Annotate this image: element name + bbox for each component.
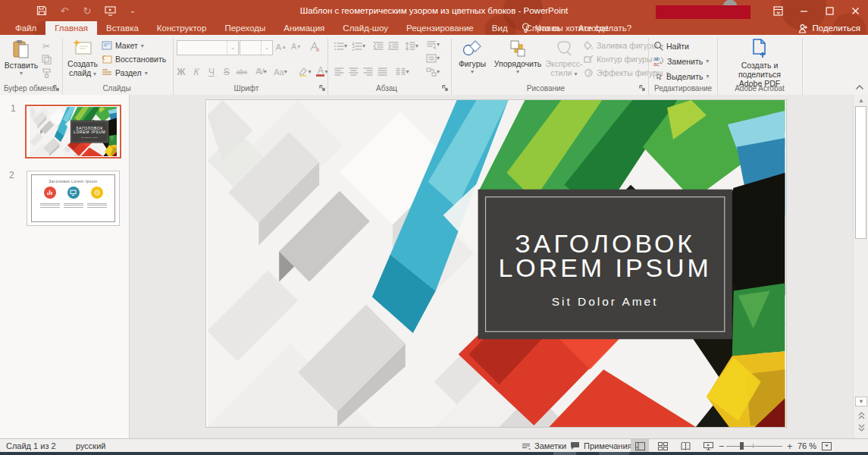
text-shadow-button[interactable]: abc bbox=[235, 65, 249, 78]
replace-button[interactable]: abac Заменить▾ bbox=[653, 56, 709, 66]
window-chrome: ↶ ↻ ⌄ Шаблон с геометрическим узором из … bbox=[0, 0, 868, 35]
clear-formatting-button[interactable] bbox=[308, 40, 321, 53]
fit-slide-to-window-icon[interactable] bbox=[817, 439, 835, 453]
font-name-combo[interactable]: ⌄ bbox=[177, 40, 239, 55]
clock-circle-icon bbox=[91, 187, 103, 199]
zoom-slider-thumb[interactable] bbox=[740, 442, 744, 450]
decrease-indent-button[interactable] bbox=[371, 39, 385, 52]
select-button[interactable]: Выделить▾ bbox=[653, 71, 709, 81]
tab-review[interactable]: Рецензирование bbox=[397, 21, 483, 35]
normal-view-icon[interactable] bbox=[631, 439, 649, 453]
align-center-button[interactable] bbox=[346, 65, 360, 78]
slide-2-title: Заголовок Lorem Ipsum bbox=[32, 179, 114, 184]
character-spacing-button[interactable]: AV▾ bbox=[252, 65, 270, 78]
convert-smartart-button[interactable]: ▾ bbox=[423, 65, 443, 78]
tab-design[interactable]: Конструктор bbox=[148, 21, 216, 35]
comments-button[interactable]: Примечания bbox=[570, 439, 632, 453]
shapes-label: Фигуры bbox=[459, 59, 486, 68]
slide-1-thumbnail[interactable] bbox=[25, 105, 121, 158]
language-indicator[interactable]: русский bbox=[76, 439, 105, 453]
justify-button[interactable] bbox=[375, 65, 389, 78]
arrange-button[interactable]: Упорядочить ▾ bbox=[493, 39, 543, 75]
share-button[interactable]: Поделиться bbox=[798, 21, 860, 35]
align-text-button[interactable]: ▾ bbox=[423, 52, 443, 64]
line-spacing-button[interactable]: ▾ bbox=[403, 39, 420, 52]
zoom-in-icon[interactable]: + bbox=[787, 439, 793, 453]
window-controls bbox=[765, 0, 868, 21]
increase-indent-button[interactable] bbox=[387, 39, 400, 52]
slide-2-item-chart bbox=[39, 187, 61, 209]
copy-icon[interactable] bbox=[39, 53, 53, 66]
tab-file[interactable]: Файл bbox=[6, 21, 45, 35]
create-adobe-pdf-button[interactable]: Создать и поделиться Adobe PDF bbox=[722, 38, 797, 88]
slide-indicator[interactable]: Слайд 1 из 2 bbox=[6, 439, 56, 453]
paragraph-dialog-launcher[interactable] bbox=[442, 85, 450, 93]
cut-icon[interactable]: ✂ bbox=[39, 39, 53, 52]
layout-button[interactable]: Макет▾ bbox=[102, 41, 144, 50]
highlight-color-button[interactable]: ▾ bbox=[296, 65, 314, 78]
paste-button[interactable]: Вставить ▾ bbox=[5, 39, 38, 77]
slideshow-view-icon[interactable] bbox=[699, 439, 717, 453]
svg-text:ac: ac bbox=[653, 61, 660, 66]
bullets-button[interactable]: ▾ bbox=[332, 39, 349, 52]
tab-home[interactable]: Главная bbox=[45, 21, 97, 35]
minimize-icon[interactable] bbox=[791, 0, 816, 21]
reading-view-icon[interactable] bbox=[676, 439, 694, 453]
monitor-circle-icon bbox=[67, 187, 80, 199]
shrink-font-button[interactable]: A▼ bbox=[290, 40, 303, 53]
font-dialog-launcher[interactable] bbox=[319, 85, 327, 93]
vertical-scrollbar[interactable]: ▲ ▼ bbox=[853, 95, 868, 438]
grow-font-button[interactable]: A▲ bbox=[274, 40, 288, 53]
previous-slide-icon[interactable] bbox=[855, 410, 867, 421]
new-slide-button[interactable]: Создать слайд ▾ bbox=[67, 39, 99, 79]
shape-outline-button[interactable]: Контур фигуры▾ bbox=[584, 55, 658, 64]
close-icon[interactable] bbox=[842, 0, 868, 21]
italic-button[interactable]: К bbox=[190, 65, 203, 78]
notes-button[interactable]: Заметки bbox=[522, 439, 566, 453]
bold-button[interactable]: Ж bbox=[174, 65, 188, 78]
quick-styles-button[interactable]: Экспресс- стили ▾ bbox=[546, 39, 582, 79]
align-left-button[interactable] bbox=[332, 65, 346, 78]
numbering-button[interactable]: ▾ bbox=[350, 39, 367, 52]
collapse-ribbon-icon[interactable] bbox=[854, 82, 866, 93]
scroll-up-icon[interactable]: ▲ bbox=[855, 96, 867, 105]
next-slide-icon[interactable] bbox=[855, 422, 867, 433]
ribbon-display-options-icon[interactable] bbox=[765, 0, 791, 21]
clipboard-dialog-launcher[interactable] bbox=[53, 85, 61, 93]
acrobat-label-1: Создать и поделиться bbox=[738, 61, 781, 79]
tab-transitions[interactable]: Переходы bbox=[215, 21, 274, 35]
align-right-button[interactable] bbox=[361, 65, 374, 78]
tell-me-box[interactable]: Что вы хотите сделать? bbox=[522, 21, 631, 35]
strikethrough-button[interactable]: S bbox=[220, 65, 233, 78]
reset-slide-button[interactable]: Восстановить bbox=[102, 55, 166, 64]
underline-button[interactable]: Ч bbox=[205, 65, 218, 78]
tab-view[interactable]: Вид bbox=[483, 21, 517, 35]
zoom-level[interactable]: 76 % bbox=[797, 439, 816, 453]
font-size-combo[interactable]: ⌄ bbox=[240, 40, 273, 55]
slide-2-thumbnail[interactable]: Заголовок Lorem Ipsum bbox=[27, 171, 120, 226]
zoom-out-icon[interactable]: − bbox=[719, 439, 725, 453]
tab-slideshow[interactable]: Слайд-шоу bbox=[334, 21, 397, 35]
share-person-icon bbox=[798, 24, 808, 33]
drawing-dialog-launcher[interactable] bbox=[639, 85, 647, 93]
select-icon bbox=[653, 71, 663, 81]
paste-icon bbox=[12, 39, 30, 59]
scrollbar-thumb[interactable] bbox=[855, 106, 866, 239]
tab-animations[interactable]: Анимация bbox=[274, 21, 334, 35]
change-case-button[interactable]: Aa▾ bbox=[271, 65, 290, 78]
format-painter-icon[interactable] bbox=[39, 67, 53, 80]
text-direction-button[interactable]: ▾ bbox=[423, 38, 443, 51]
tab-insert[interactable]: Вставка bbox=[97, 21, 148, 35]
maximize-icon[interactable] bbox=[816, 0, 842, 21]
scroll-down-icon[interactable]: ▼ bbox=[855, 397, 867, 406]
zoom-slider-track[interactable] bbox=[726, 446, 782, 447]
arrange-icon bbox=[509, 39, 527, 58]
columns-button[interactable]: ▾ bbox=[394, 65, 411, 78]
slide-sorter-view-icon[interactable] bbox=[653, 439, 672, 453]
shapes-button[interactable]: Фигуры ▾ bbox=[455, 39, 490, 75]
share-label: Поделиться bbox=[812, 24, 860, 33]
find-button[interactable]: Найти bbox=[653, 41, 689, 51]
current-slide[interactable] bbox=[206, 100, 786, 427]
shape-fill-button[interactable]: Заливка фигуры▾ bbox=[584, 41, 663, 50]
section-button[interactable]: Раздел▾ bbox=[102, 68, 148, 77]
